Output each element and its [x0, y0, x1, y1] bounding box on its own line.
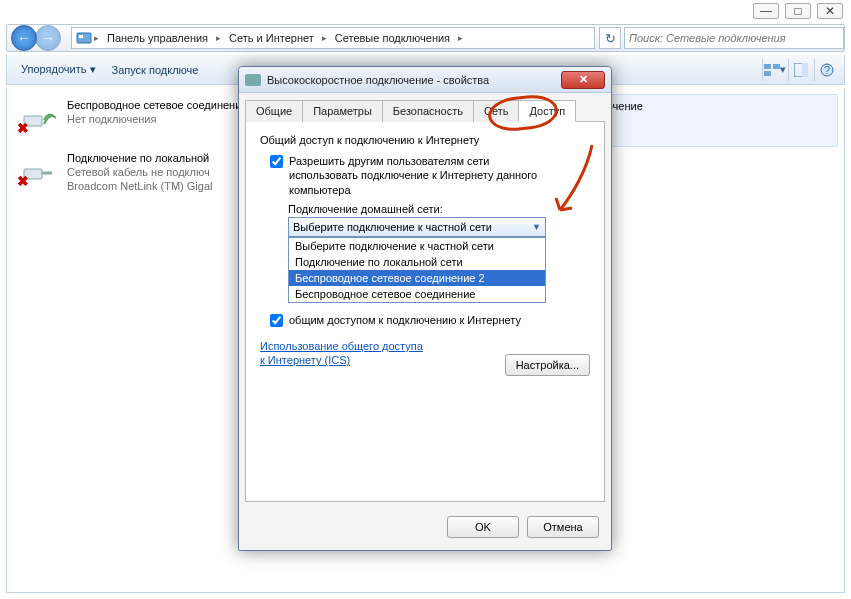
svg-rect-3	[773, 64, 780, 69]
home-network-combobox[interactable]: Выберите подключение к частной сети ▼	[288, 217, 546, 237]
explorer-bar: ← → ▸ Панель управления ▸ Сеть и Интерне…	[6, 24, 845, 52]
connection-status: Нет подключения	[67, 112, 247, 126]
connection-status: Сетевой кабель не подключ	[67, 165, 213, 179]
dropdown-option[interactable]: Беспроводное сетевое соединение 2	[289, 270, 545, 286]
connection-adapter: Broadcom NetLink (TM) Gigal	[67, 179, 213, 193]
combo-value: Выберите подключение к частной сети	[293, 221, 492, 233]
error-x-icon: ✖	[17, 173, 29, 189]
svg-text:?: ?	[823, 64, 829, 76]
search-box[interactable]	[624, 27, 844, 49]
search-input[interactable]	[629, 32, 839, 44]
allow-sharing-label: Разрешить другим пользователям сети испо…	[289, 154, 549, 197]
svg-rect-6	[802, 63, 808, 77]
breadcrumb[interactable]: Сетевые подключения	[329, 30, 456, 46]
ok-button[interactable]: OK	[447, 516, 519, 538]
window-maximize-button[interactable]: □	[785, 3, 811, 19]
ethernet-icon: ✖	[19, 151, 59, 187]
view-icon[interactable]: ▾	[762, 59, 786, 81]
connection-title: Подключение по локальной	[67, 151, 213, 165]
svg-rect-4	[764, 71, 771, 76]
preview-pane-icon[interactable]	[788, 59, 812, 81]
error-x-icon: ✖	[17, 120, 29, 136]
tab-sharing[interactable]: Доступ	[518, 100, 576, 122]
tab-security[interactable]: Безопасность	[382, 100, 474, 122]
dropdown-option[interactable]: Подключение по локальной сети	[289, 254, 545, 270]
window-close-button[interactable]: ✕	[817, 3, 843, 19]
tab-panel-sharing: Общий доступ к подключению к Интернету Р…	[245, 122, 605, 502]
nav-forward-button[interactable]: →	[35, 25, 61, 51]
dialog-tabs: Общие Параметры Безопасность Сеть Доступ	[245, 99, 605, 122]
breadcrumb[interactable]: Сеть и Интернет	[223, 30, 320, 46]
dialog-title: Высокоскоростное подключение - свойства	[267, 74, 561, 86]
launch-connection-button[interactable]: Запуск подключе	[104, 60, 207, 80]
address-bar[interactable]: ▸ Панель управления ▸ Сеть и Интернет ▸ …	[71, 27, 595, 49]
nav-back-button[interactable]: ←	[11, 25, 37, 51]
refresh-button[interactable]: ↻	[599, 27, 621, 49]
allow-sharing-checkbox[interactable]	[270, 155, 283, 168]
dropdown-option[interactable]: Выберите подключение к частной сети	[289, 238, 545, 254]
dialog-close-button[interactable]: ✕	[561, 71, 605, 89]
settings-button[interactable]: Настройка...	[505, 354, 590, 376]
organize-menu[interactable]: Упорядочить ▾	[13, 59, 104, 80]
svg-rect-1	[79, 35, 83, 38]
chevron-down-icon: ▼	[532, 222, 541, 232]
tab-parameters[interactable]: Параметры	[302, 100, 383, 122]
chevron-right-icon: ▸	[456, 33, 465, 43]
allow-control-label: общим доступом к подключению к Интернету	[289, 313, 521, 327]
tab-network[interactable]: Сеть	[473, 100, 519, 122]
home-network-label: Подключение домашней сети:	[288, 203, 590, 215]
dropdown-option[interactable]: Беспроводное сетевое соединение	[289, 286, 545, 302]
section-heading: Общий доступ к подключению к Интернету	[260, 134, 590, 146]
chevron-right-icon: ▸	[92, 33, 101, 43]
home-network-dropdown: Выберите подключение к частной сети Подк…	[288, 237, 546, 303]
modem-icon	[245, 74, 261, 86]
cancel-button[interactable]: Отмена	[527, 516, 599, 538]
properties-dialog: Высокоскоростное подключение - свойства …	[238, 66, 612, 551]
control-panel-icon	[76, 30, 92, 46]
wifi-icon: ✖	[19, 98, 59, 134]
svg-rect-2	[764, 64, 771, 69]
help-icon[interactable]: ?	[814, 59, 838, 81]
chevron-right-icon: ▸	[214, 33, 223, 43]
breadcrumb[interactable]: Панель управления	[101, 30, 214, 46]
connection-title: Беспроводное сетевое соединение	[67, 98, 247, 112]
chevron-right-icon: ▸	[320, 33, 329, 43]
dialog-titlebar[interactable]: Высокоскоростное подключение - свойства …	[239, 67, 611, 93]
ics-help-link[interactable]: Использование общего доступа к Интернету…	[260, 339, 430, 368]
allow-control-checkbox[interactable]	[270, 314, 283, 327]
tab-general[interactable]: Общие	[245, 100, 303, 122]
window-minimize-button[interactable]: —	[753, 3, 779, 19]
